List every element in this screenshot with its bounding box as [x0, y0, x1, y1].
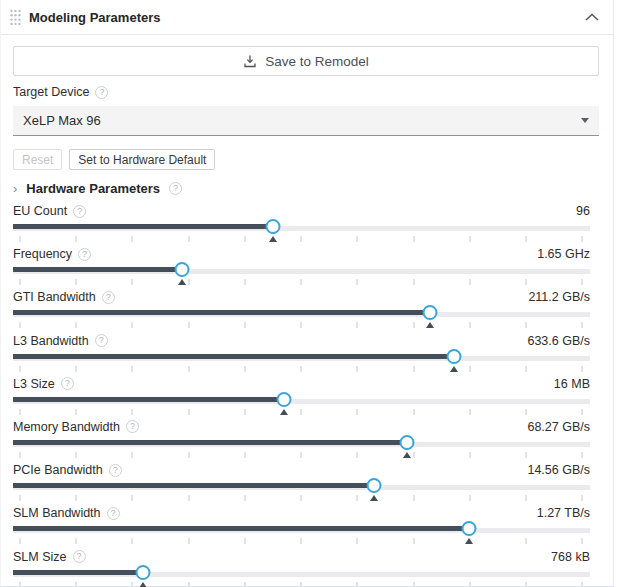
drag-handle-icon[interactable]	[9, 8, 22, 27]
slider-tick	[19, 582, 21, 587]
slider-row: Memory Bandwidth ? 68.27 GB/s	[13, 416, 590, 459]
slider-label: L3 Bandwidth	[13, 334, 89, 348]
slider	[13, 310, 590, 330]
slider-tick	[525, 279, 527, 285]
save-button-label: Save to Remodel	[265, 54, 369, 69]
slider-tick	[581, 322, 583, 328]
slider-handle[interactable]	[461, 521, 476, 536]
slider-tick	[413, 279, 415, 285]
slider-fill	[13, 440, 407, 445]
slider-fill	[13, 570, 143, 575]
slider-tick	[19, 409, 21, 415]
slider-handle[interactable]	[400, 435, 415, 450]
slider-tick	[244, 366, 246, 372]
slider-handle[interactable]	[135, 565, 150, 580]
slider-value: 14.56 GB/s	[527, 463, 590, 477]
slider-label-group: Memory Bandwidth ?	[13, 420, 139, 434]
slider-tick	[413, 538, 415, 544]
slider-value: 16 MB	[554, 377, 590, 391]
slider-header: SLM Bandwidth ? 1.27 TB/s	[13, 502, 590, 521]
slider-fill	[13, 397, 284, 402]
slider-tick	[188, 495, 190, 501]
slider-tick	[188, 279, 190, 285]
slider-tick	[525, 582, 527, 587]
slider-header: Frequency ? 1.65 GHz	[13, 243, 590, 262]
slider-handle[interactable]	[422, 305, 437, 320]
reset-button[interactable]: Reset	[13, 149, 62, 170]
slider-tick	[525, 322, 527, 328]
slider-tick	[300, 495, 302, 501]
help-icon[interactable]: ?	[126, 420, 139, 433]
slider-tick	[131, 366, 133, 372]
help-icon[interactable]: ?	[107, 507, 120, 520]
slider-label-group: SLM Size ?	[13, 550, 86, 564]
slider-handle[interactable]	[265, 219, 280, 234]
slider-row: GTI Bandwidth ? 211.2 GB/s	[13, 286, 590, 329]
slider-tick	[131, 236, 133, 242]
hardware-parameters-section-header[interactable]: › Hardware Parameters ?	[13, 180, 599, 196]
slider-value: 1.65 GHz	[537, 247, 590, 261]
slider-label-group: L3 Bandwidth ?	[13, 334, 108, 348]
slider-tick	[244, 452, 246, 458]
slider-value: 96	[576, 204, 590, 218]
default-marker-triangle-icon	[269, 236, 277, 242]
slider-tick	[525, 409, 527, 415]
slider-tick	[131, 538, 133, 544]
slider-tick	[131, 322, 133, 328]
slider-tick	[469, 409, 471, 415]
help-icon[interactable]: ?	[102, 291, 115, 304]
help-icon[interactable]: ?	[73, 550, 86, 563]
slider-tick	[356, 538, 358, 544]
slider	[13, 440, 590, 460]
help-icon[interactable]: ?	[61, 377, 74, 390]
section-chevron-right-icon: ›	[13, 182, 17, 195]
slider-handle[interactable]	[447, 349, 462, 364]
help-icon[interactable]: ?	[78, 248, 91, 261]
default-marker-triangle-icon	[450, 366, 458, 372]
set-to-hardware-default-button[interactable]: Set to Hardware Default	[69, 149, 215, 170]
slider-tick	[244, 495, 246, 501]
slider-tick	[188, 366, 190, 372]
slider-list: EU Count ? 96 Frequency ? 1.65	[13, 200, 590, 587]
help-icon[interactable]: ?	[109, 464, 122, 477]
slider-tick	[581, 538, 583, 544]
slider-row: SLM Size ? 768 kB	[13, 546, 590, 587]
slider-header: SLM Size ? 768 kB	[13, 546, 590, 565]
action-button-row: Reset Set to Hardware Default	[13, 149, 599, 170]
slider-tick	[75, 495, 77, 501]
default-marker-triangle-icon	[178, 279, 186, 285]
slider-tick	[581, 582, 583, 587]
slider-row: L3 Size ? 16 MB	[13, 373, 590, 416]
slider-tick	[469, 452, 471, 458]
slider-tick	[19, 538, 21, 544]
help-icon[interactable]: ?	[95, 334, 108, 347]
slider-tick	[300, 366, 302, 372]
help-icon[interactable]: ?	[95, 86, 108, 99]
slider-handle[interactable]	[366, 478, 381, 493]
slider-tick	[525, 366, 527, 372]
slider-tick	[581, 409, 583, 415]
slider-header: L3 Bandwidth ? 633.6 GB/s	[13, 330, 590, 349]
slider-row: PCIe Bandwidth ? 14.56 GB/s	[13, 459, 590, 502]
slider-row: Frequency ? 1.65 GHz	[13, 243, 590, 286]
help-icon[interactable]: ?	[73, 205, 86, 218]
save-to-remodel-button[interactable]: Save to Remodel	[13, 46, 599, 76]
slider-tick	[413, 322, 415, 328]
slider-label: Frequency	[13, 247, 72, 261]
slider-value: 211.2 GB/s	[528, 290, 590, 304]
slider	[13, 483, 590, 503]
collapse-chevron-up-icon[interactable]	[585, 13, 599, 22]
target-device-select[interactable]: XeLP Max 96	[13, 106, 599, 136]
slider-tick	[131, 279, 133, 285]
slider-handle[interactable]	[277, 392, 292, 407]
slider-tick	[75, 582, 77, 587]
help-icon[interactable]: ?	[169, 182, 182, 195]
slider-label: SLM Bandwidth	[13, 506, 101, 520]
slider-tick	[525, 236, 527, 242]
slider-handle[interactable]	[175, 262, 190, 277]
slider-value: 1.27 TB/s	[537, 506, 590, 520]
slider-tick	[75, 538, 77, 544]
slider-tick	[300, 452, 302, 458]
slider-tick	[75, 279, 77, 285]
slider	[13, 526, 590, 546]
